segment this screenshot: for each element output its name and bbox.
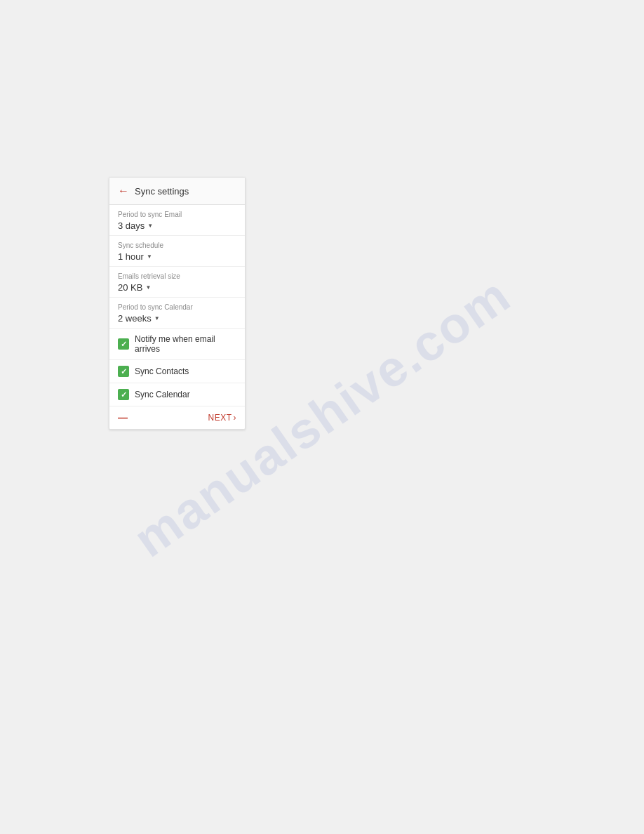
sync-contacts-checkbox[interactable] — [118, 366, 129, 377]
card-header: ← Sync settings — [109, 178, 245, 205]
period-sync-email-arrow-icon: ▼ — [147, 223, 153, 229]
notify-email-checkbox[interactable] — [118, 338, 129, 350]
sync-settings-card: ← Sync settings Period to sync Email 3 d… — [109, 177, 246, 430]
emails-retrieval-size-arrow-icon: ▼ — [145, 284, 151, 291]
sync-calendar-label: Sync Calendar — [135, 390, 190, 399]
next-label: NEXT — [208, 413, 232, 423]
notify-email-row[interactable]: Notify me when email arrives — [109, 329, 245, 360]
period-sync-calendar-label: Period to sync Calendar — [118, 303, 236, 311]
period-sync-email-dropdown[interactable]: 3 days ▼ — [118, 220, 236, 231]
next-button[interactable]: NEXT › — [208, 413, 236, 423]
sync-calendar-row[interactable]: Sync Calendar — [109, 383, 245, 406]
emails-retrieval-size-label: Emails retrieval size — [118, 272, 236, 280]
sync-schedule-value: 1 hour — [118, 251, 144, 262]
sync-schedule-arrow-icon: ▼ — [147, 253, 152, 260]
emails-retrieval-size-value: 20 KB — [118, 282, 142, 293]
sync-schedule-dropdown[interactable]: 1 hour ▼ — [118, 251, 236, 262]
sync-contacts-label: Sync Contacts — [135, 366, 189, 376]
period-sync-calendar-arrow-icon: ▼ — [154, 315, 160, 322]
period-sync-email-value: 3 days — [118, 220, 145, 231]
card-title: Sync settings — [135, 186, 189, 197]
period-sync-calendar-value: 2 weeks — [118, 313, 152, 324]
footer-row: — NEXT › — [109, 406, 245, 429]
footer-dash-button[interactable]: — — [118, 412, 128, 423]
period-sync-email-section: Period to sync Email 3 days ▼ — [109, 205, 245, 236]
period-sync-email-label: Period to sync Email — [118, 211, 236, 218]
next-chevron-icon: › — [234, 413, 237, 423]
sync-calendar-checkbox[interactable] — [118, 389, 129, 400]
back-arrow-icon[interactable]: ← — [118, 185, 129, 197]
sync-schedule-section: Sync schedule 1 hour ▼ — [109, 236, 245, 267]
emails-retrieval-size-section: Emails retrieval size 20 KB ▼ — [109, 267, 245, 298]
period-sync-calendar-dropdown[interactable]: 2 weeks ▼ — [118, 313, 236, 324]
sync-schedule-label: Sync schedule — [118, 241, 236, 249]
period-sync-calendar-section: Period to sync Calendar 2 weeks ▼ — [109, 298, 245, 329]
sync-contacts-row[interactable]: Sync Contacts — [109, 360, 245, 383]
notify-email-label: Notify me when email arrives — [135, 334, 236, 354]
emails-retrieval-size-dropdown[interactable]: 20 KB ▼ — [118, 282, 236, 293]
